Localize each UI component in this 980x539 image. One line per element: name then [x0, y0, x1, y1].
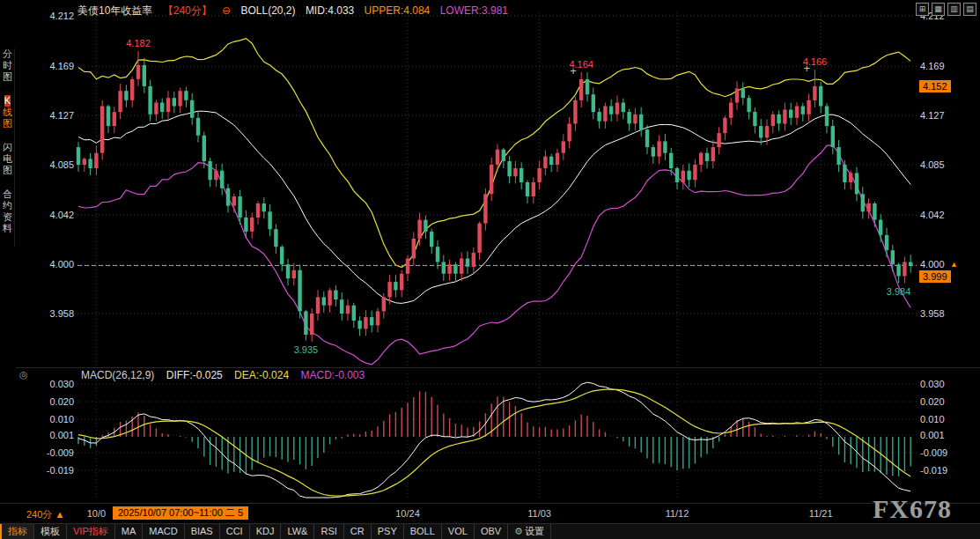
watermark: FX678: [873, 494, 952, 524]
price-annotation: 3.935: [294, 344, 319, 355]
price-annotation: 4.182: [126, 38, 151, 48]
toolbar-item-label: CR: [350, 526, 365, 536]
sidebar-tab-char: K: [4, 95, 11, 107]
toolbar-ma[interactable]: MA: [115, 524, 144, 539]
instrument-title: 美债10年收益率: [77, 4, 152, 17]
toolbar-item-label: CCI: [226, 526, 243, 536]
macd-header: MACD(26,12,9) DIFF:-0.025 DEA:-0.024 MAC…: [81, 369, 373, 381]
prev-chart-icon[interactable]: ▥: [947, 3, 961, 16]
period-label[interactable]: 【240分】: [163, 4, 212, 17]
price-axis-label-left: 3.958: [30, 308, 74, 319]
tab-flash-chart[interactable]: 闪电图: [1, 142, 14, 176]
toolbar-item-label: 设置: [525, 526, 544, 536]
sidebar-tab-char: 图: [3, 71, 12, 83]
macd-axis-label-left: -0.019: [30, 465, 74, 476]
toolbar-item-label: 指标: [8, 526, 27, 536]
toolbar-item-label: MACD: [149, 526, 177, 536]
price-axis-label-left: 4.212: [30, 11, 74, 21]
price-annotation: 3.984: [887, 286, 911, 297]
macd-hist-value: MACD:-0.003: [300, 369, 365, 381]
peak-cross-marker-icon: +: [570, 65, 577, 77]
chart-canvas[interactable]: [0, 0, 980, 539]
toolbar-item-label: 模板: [41, 526, 60, 536]
toolbar-macd[interactable]: MACD: [143, 524, 184, 539]
tile-layout-icon[interactable]: ▦: [932, 3, 945, 16]
sidebar-tab-char: 料: [3, 223, 12, 234]
toolbar-psy[interactable]: PSY: [372, 524, 404, 539]
period-selector-label: 240分: [26, 509, 52, 520]
macd-axis-label-left: 0.001: [30, 430, 74, 440]
price-axis-label-left: 4.042: [30, 210, 74, 220]
toolbar-boll[interactable]: BOLL: [404, 524, 442, 539]
chart-header: 美债10年收益率 【240分】 ⊖ BOLL(20,2) MID:4.033 U…: [77, 4, 515, 18]
toolbar-template-tab[interactable]: 模板: [34, 524, 67, 539]
collapse-icon[interactable]: ⊖: [222, 4, 231, 17]
boll-upper-value: UPPER:4.084: [365, 4, 431, 17]
sidebar-tab-char: 闪: [3, 142, 12, 153]
macd-axis-label-left: 0.030: [30, 379, 74, 389]
sidebar-tab-char: 约: [3, 200, 12, 211]
toolbar-indicator-tab[interactable]: 指标: [0, 524, 34, 539]
toolbar-lwr[interactable]: LW&: [281, 524, 314, 539]
chart-type-sidebar: 分时图K线图闪电图合约资料: [1, 48, 15, 247]
boll-indicator-label: BOLL(20,2): [240, 4, 295, 17]
price-direction-arrow-icon: ▲: [950, 260, 958, 269]
price-axis-label-right: 4.127: [920, 110, 975, 121]
time-axis-label: 11/21: [809, 508, 833, 519]
macd-axis-label-left: 0.010: [30, 414, 74, 425]
sidebar-tab-char: 分: [3, 48, 12, 60]
toolbar-item-label: OBV: [481, 526, 501, 536]
toolbar-vol[interactable]: VOL: [442, 524, 475, 539]
indicator-toolbar: 指标模板VIP指标MAMACDBIASCCIKDJLW&RSICRPSYBOLL…: [0, 523, 980, 539]
toolbar-item-label: VIP指标: [73, 526, 108, 536]
period-selector[interactable]: 240分 ▲: [26, 508, 64, 521]
price-axis-label-left: 4.000: [30, 259, 74, 270]
price-axis-label-right: 4.085: [920, 159, 975, 170]
toolbar-item-label: KDJ: [256, 526, 275, 536]
price-axis-label-right: 4.042: [920, 210, 975, 220]
macd-diff-value: DIFF:-0.025: [166, 369, 223, 381]
macd-panel-icon[interactable]: ◎: [19, 369, 28, 380]
sidebar-tab-char: 图: [3, 118, 12, 129]
trading-app-window: 美债10年收益率 【240分】 ⊖ BOLL(20,2) MID:4.033 U…: [0, 0, 980, 539]
time-axis-label: 11/03: [527, 508, 551, 519]
macd-axis-label-right: 0.010: [920, 414, 975, 425]
peak-cross-marker-icon: +: [803, 63, 810, 74]
tab-contract-info[interactable]: 合约资料: [1, 188, 14, 234]
macd-axis-label-right: -0.009: [920, 447, 975, 458]
settings-button[interactable]: ⚙设置: [508, 524, 551, 539]
toolbar-obv[interactable]: OBV: [475, 524, 508, 539]
window-layout-icons: ⊞▦▥▤: [916, 3, 976, 16]
macd-indicator-label: MACD(26,12,9): [81, 369, 154, 381]
macd-dea-value: DEA:-0.024: [234, 369, 289, 381]
sidebar-tab-char: 线: [3, 107, 12, 118]
toolbar-item-label: RSI: [321, 526, 336, 536]
toolbar-item-label: LW&: [287, 526, 307, 536]
toolbar-cr[interactable]: CR: [344, 524, 372, 539]
macd-axis-label-right: 0.020: [920, 396, 975, 407]
sidebar-tab-char: 电: [3, 153, 12, 165]
time-axis-label: 10/0: [87, 508, 106, 519]
toolbar-rsi[interactable]: RSI: [314, 524, 343, 539]
time-axis-label: 11/12: [666, 508, 689, 519]
macd-axis-label-left: 0.020: [30, 396, 74, 407]
sidebar-tab-char: 资: [3, 211, 12, 223]
gear-icon: ⚙: [514, 526, 523, 536]
tab-kline-chart[interactable]: K线图: [1, 95, 14, 129]
price-axis-label-left: 4.085: [30, 159, 74, 170]
price-axis-label-right: 3.958: [920, 308, 975, 319]
tab-time-chart[interactable]: 分时图: [1, 48, 14, 83]
toolbar-bias[interactable]: BIAS: [185, 524, 220, 539]
toolbar-vip-indicator-tab[interactable]: VIP指标: [67, 524, 115, 539]
toolbar-kdj[interactable]: KDJ: [250, 524, 282, 539]
toolbar-item-label: BIAS: [191, 526, 213, 536]
price-axis-label-left: 4.169: [30, 61, 74, 71]
boll-lower-value: LOWER:3.981: [440, 4, 508, 17]
price-axis-label-right: 4.169: [920, 61, 975, 71]
grid-layout-icon[interactable]: ⊞: [916, 3, 929, 16]
next-chart-icon[interactable]: ▤: [963, 3, 976, 16]
toolbar-item-label: BOLL: [410, 526, 435, 536]
toolbar-cci[interactable]: CCI: [220, 524, 250, 539]
time-axis-label: 10/24: [395, 508, 420, 519]
boll-mid-value: MID:4.033: [306, 4, 354, 17]
